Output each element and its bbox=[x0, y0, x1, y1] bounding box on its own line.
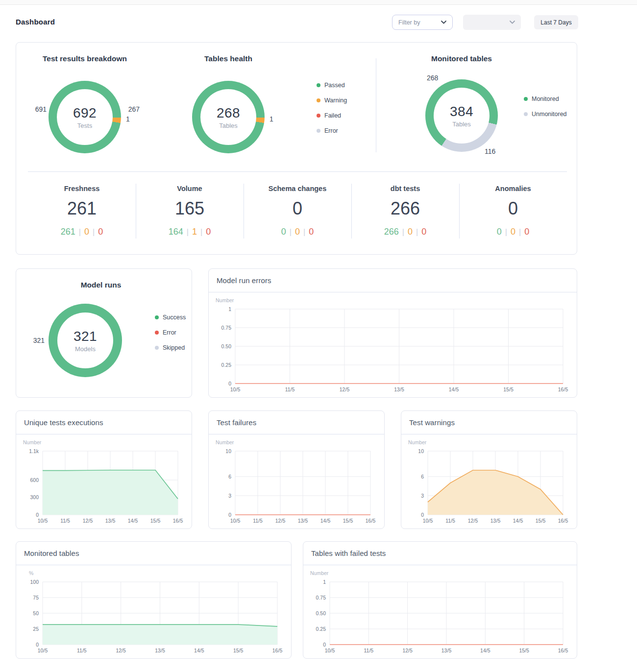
svg-text:25: 25 bbox=[33, 626, 39, 632]
svg-text:16/5: 16/5 bbox=[558, 518, 568, 524]
donut-callout-warning: 1 bbox=[126, 115, 130, 123]
status-legend: Passed Warning Failed Error bbox=[317, 82, 347, 134]
filter-by-label: Filter by bbox=[398, 19, 420, 26]
secondary-select[interactable] bbox=[463, 15, 521, 30]
svg-text:14/5: 14/5 bbox=[320, 518, 331, 524]
horizontal-divider bbox=[28, 171, 567, 172]
y-axis-title: Number bbox=[310, 570, 328, 576]
line-chart-tables-failed: 00.250.500.75110/511/512/513/514/515/516… bbox=[309, 579, 571, 656]
legend-item-warning[interactable]: Warning bbox=[317, 97, 347, 104]
svg-text:13/5: 13/5 bbox=[155, 648, 165, 653]
chart-title: Monitored tables bbox=[24, 549, 79, 557]
svg-text:3: 3 bbox=[228, 493, 231, 499]
stat-value: 0 bbox=[244, 198, 351, 219]
legend-item-error[interactable]: Error bbox=[317, 127, 347, 134]
donut-center-value: 321 bbox=[74, 329, 97, 344]
svg-text:6: 6 bbox=[228, 474, 231, 480]
stat-divider bbox=[459, 184, 460, 239]
failed-dot-icon bbox=[317, 114, 320, 118]
donut-center-label: Models bbox=[75, 345, 96, 353]
test-warnings-card: Test warnings Number 0361010/511/512/513… bbox=[401, 410, 577, 529]
y-axis-title: Number bbox=[216, 439, 234, 445]
svg-text:1: 1 bbox=[228, 307, 231, 312]
svg-text:16/5: 16/5 bbox=[558, 648, 568, 653]
legend-item-unmonitored[interactable]: Unmonitored bbox=[524, 111, 567, 118]
stat-divider bbox=[244, 184, 244, 239]
stats-row: Freshness 261 261|0|0 Volume 165 164|1|0… bbox=[28, 185, 567, 237]
chart-title: Model run errors bbox=[217, 276, 271, 285]
svg-text:16/5: 16/5 bbox=[366, 518, 376, 524]
unmonitored-dot-icon bbox=[524, 112, 528, 116]
svg-text:11/5: 11/5 bbox=[445, 518, 455, 524]
tables-failed-tests-card: Tables with failed tests Number 00.250.5… bbox=[303, 541, 577, 659]
model-runs-legend: Success Error Skipped bbox=[155, 314, 186, 351]
legend-item-passed[interactable]: Passed bbox=[317, 82, 347, 89]
svg-text:1: 1 bbox=[323, 579, 326, 585]
svg-text:10/5: 10/5 bbox=[423, 518, 433, 524]
svg-text:1.1k: 1.1k bbox=[29, 449, 39, 454]
chart-title: Test failures bbox=[217, 418, 256, 427]
chevron-down-icon bbox=[441, 21, 446, 24]
svg-text:0.50: 0.50 bbox=[316, 610, 326, 616]
model-runs-card: Model runs 321 Models 321 Success Error … bbox=[16, 268, 192, 398]
svg-text:13/5: 13/5 bbox=[394, 386, 404, 392]
stat-freshness: Freshness 261 261|0|0 bbox=[28, 185, 136, 237]
monitor-legend: Monitored Unmonitored bbox=[524, 96, 567, 118]
legend-item-error[interactable]: Error bbox=[155, 329, 186, 336]
svg-text:600: 600 bbox=[30, 477, 39, 483]
legend-item-monitored[interactable]: Monitored bbox=[524, 96, 567, 102]
legend-item-skipped[interactable]: Skipped bbox=[155, 344, 186, 351]
donut-callout-warning: 1 bbox=[270, 115, 273, 123]
summary-card: Test results breakdown Tables health Mon… bbox=[16, 42, 577, 255]
monitored-tables-trend-card: Monitored tables % 025507510010/511/512/… bbox=[16, 541, 292, 659]
legend-item-success[interactable]: Success bbox=[155, 314, 186, 321]
success-dot-icon bbox=[155, 315, 159, 319]
svg-text:12/5: 12/5 bbox=[340, 386, 350, 392]
donut-callout-passed: 267 bbox=[125, 105, 140, 113]
y-axis-title: Number bbox=[23, 439, 41, 445]
svg-text:0: 0 bbox=[323, 642, 326, 648]
svg-text:0.75: 0.75 bbox=[221, 325, 232, 331]
area-chart-test-warnings: 0361010/511/512/513/514/515/516/5 bbox=[407, 449, 571, 527]
svg-text:0: 0 bbox=[228, 381, 231, 386]
filter-by-select[interactable]: Filter by bbox=[392, 15, 453, 30]
stat-divider bbox=[136, 184, 136, 239]
svg-text:0: 0 bbox=[228, 512, 231, 518]
chart-title: Test warnings bbox=[409, 418, 455, 427]
page-title: Dashboard bbox=[16, 18, 55, 26]
error-dot-icon bbox=[317, 129, 320, 133]
donut-callout-passed: 691 bbox=[32, 105, 47, 113]
svg-text:10/5: 10/5 bbox=[230, 386, 241, 392]
error-dot-icon bbox=[155, 331, 159, 335]
svg-text:10/5: 10/5 bbox=[38, 648, 48, 653]
date-range-button[interactable]: Last 7 Days bbox=[534, 15, 578, 29]
svg-text:11/5: 11/5 bbox=[364, 648, 373, 653]
svg-text:12/5: 12/5 bbox=[275, 518, 286, 524]
stat-volume: Volume 165 164|1|0 bbox=[136, 185, 244, 237]
svg-text:0: 0 bbox=[36, 642, 39, 648]
svg-text:15/5: 15/5 bbox=[536, 518, 546, 524]
donut-callout-unmonitored: 116 bbox=[485, 147, 495, 155]
svg-text:10: 10 bbox=[418, 449, 424, 454]
unique-tests-card: Unique tests executions Number 03006001.… bbox=[16, 410, 192, 529]
y-axis-title: % bbox=[29, 570, 33, 576]
svg-text:11/5: 11/5 bbox=[77, 648, 87, 653]
chart-title: Unique tests executions bbox=[24, 418, 103, 427]
svg-text:10: 10 bbox=[225, 449, 231, 454]
svg-text:15/5: 15/5 bbox=[503, 386, 514, 392]
chart-header: Monitored tables bbox=[16, 542, 291, 565]
svg-text:11/5: 11/5 bbox=[253, 518, 263, 524]
svg-text:0.25: 0.25 bbox=[221, 362, 232, 368]
svg-text:10/5: 10/5 bbox=[230, 518, 241, 524]
svg-text:13/5: 13/5 bbox=[441, 648, 452, 653]
donut-chart-monitored-tables: 384 Tables bbox=[425, 79, 498, 152]
y-axis-title: Number bbox=[216, 297, 234, 303]
legend-item-failed[interactable]: Failed bbox=[317, 112, 347, 119]
donut-title-model-runs: Model runs bbox=[32, 281, 170, 289]
svg-text:100: 100 bbox=[30, 579, 39, 585]
svg-text:16/5: 16/5 bbox=[173, 518, 183, 524]
svg-text:16/5: 16/5 bbox=[558, 386, 568, 392]
svg-text:10/5: 10/5 bbox=[38, 518, 48, 524]
svg-text:6: 6 bbox=[421, 474, 424, 480]
test-failures-card: Test failures Number 0361010/511/512/513… bbox=[208, 410, 385, 529]
